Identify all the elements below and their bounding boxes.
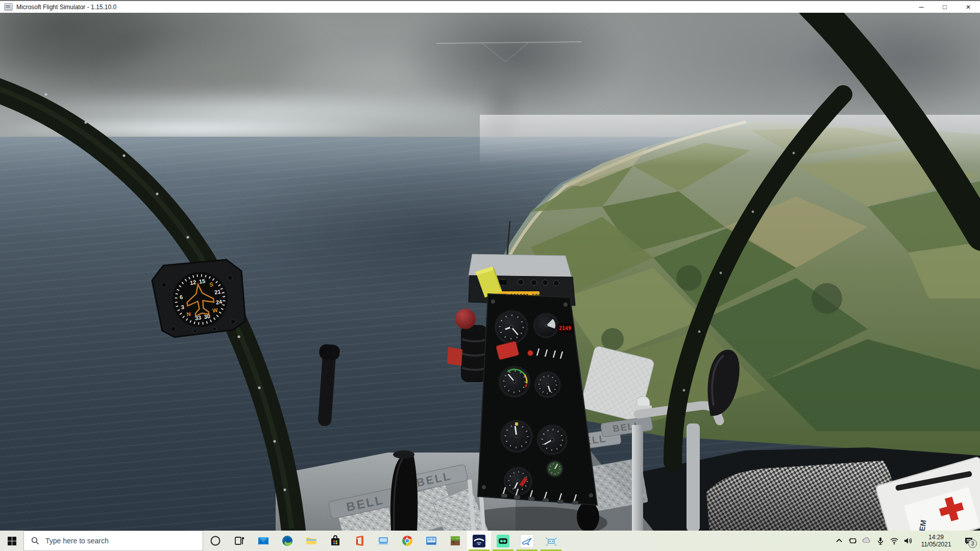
drone-sketch-icon — [545, 535, 557, 547]
tray-cast-display-icon[interactable] — [846, 531, 860, 551]
scene-overlay: EM BELL — [0, 13, 980, 531]
windshield-frame-left — [0, 82, 293, 531]
running-indicator — [541, 549, 561, 551]
minimize-button[interactable]: ─ — [910, 1, 933, 13]
taskbar-icon-flight-simulator[interactable] — [467, 531, 491, 551]
taskbar-icon-mail[interactable] — [251, 531, 275, 551]
cortana-icon — [210, 535, 221, 546]
rotor-blur — [436, 42, 582, 62]
compass-label: 15 — [199, 278, 206, 285]
fuel-gauge — [546, 460, 564, 478]
store-icon — [329, 535, 341, 547]
running-indicator — [493, 549, 513, 551]
tray-clock[interactable]: 14:29 11/05/2021 — [915, 534, 958, 548]
close-button[interactable]: ✕ — [957, 1, 980, 13]
running-indicator — [517, 549, 537, 551]
search-input[interactable] — [44, 536, 179, 545]
maximize-button[interactable]: □ — [933, 1, 957, 13]
simulator-viewport[interactable]: EM BELL — [0, 13, 980, 531]
taskbar-icon-file-explorer[interactable] — [299, 531, 323, 551]
mail-icon — [257, 535, 270, 547]
app-icon — [4, 3, 13, 11]
manifold-gauge — [504, 467, 532, 495]
taskbar-icon-chrome[interactable] — [395, 531, 419, 551]
taskbar-icon-pc[interactable] — [371, 531, 395, 551]
notification-badge: 3 — [968, 539, 977, 548]
start-button[interactable] — [0, 531, 23, 551]
collective-lever[interactable] — [314, 344, 340, 427]
desktop: Microsoft Flight Simulator - 1.15.10.0 ─… — [0, 0, 980, 551]
media-player-icon — [425, 535, 437, 547]
system-tray: 14:29 11/05/2021 3 — [832, 531, 980, 551]
taskbar-icon-fps-monitor[interactable] — [491, 531, 515, 551]
taskbar-icon-cortana[interactable] — [203, 531, 227, 551]
taskbar-icon-media-player[interactable] — [419, 531, 443, 551]
control-pole — [632, 425, 643, 531]
led-readout: 2149 — [557, 324, 574, 332]
taskbar-icon-minecraft[interactable] — [443, 531, 467, 551]
tray-wifi-icon[interactable] — [887, 531, 901, 551]
card-compass[interactable]: 12 15 S 21 24 W 30 33 N 3 6 — [150, 255, 249, 340]
taskbar-icon-task-view[interactable] — [227, 531, 251, 551]
led-value: 2149 — [559, 325, 571, 331]
taskbar-icon-office[interactable] — [347, 531, 371, 551]
tray-time: 14:29 — [917, 534, 955, 541]
rotor-brake-lever[interactable] — [455, 309, 487, 382]
compass-label: 12 — [189, 279, 197, 286]
taskbar-icon-drone-sketch[interactable] — [539, 531, 563, 551]
taskbar-icon-plane-sketch[interactable] — [515, 531, 539, 551]
flight-simulator-icon — [473, 535, 485, 547]
taskbar-icon-store[interactable] — [323, 531, 347, 551]
windows-taskbar: 14:29 11/05/2021 3 — [0, 531, 980, 551]
dual-tach-gauge — [537, 424, 568, 455]
plane-sketch-icon — [520, 534, 534, 548]
office-icon — [353, 535, 365, 547]
altimeter-gauge — [495, 310, 528, 344]
tray-date: 11/05/2021 — [917, 541, 955, 548]
clock-gauge — [534, 371, 561, 398]
edge-icon — [281, 535, 293, 547]
task-view-icon — [234, 535, 245, 546]
vertical-speed-gauge — [500, 420, 533, 453]
compass-label: 21 — [214, 288, 221, 295]
tray-notifications[interactable]: 3 — [958, 531, 980, 551]
tray-volume-icon[interactable] — [901, 531, 915, 551]
window-titlebar: Microsoft Flight Simulator - 1.15.10.0 ─… — [0, 0, 980, 13]
search-icon — [31, 537, 39, 545]
chrome-icon — [401, 535, 413, 547]
red-button[interactable] — [528, 350, 533, 356]
minecraft-icon — [449, 535, 461, 547]
windows-logo-icon — [8, 537, 16, 545]
attitude-gauge — [533, 313, 559, 338]
tray-chevron-up-icon[interactable] — [832, 531, 846, 551]
first-aid-label: EM — [917, 519, 927, 531]
tray-onedrive-cloud-icon[interactable] — [860, 531, 873, 551]
taskbar-icon-edge[interactable] — [275, 531, 299, 551]
window-title: Microsoft Flight Simulator - 1.15.10.0 — [16, 4, 116, 11]
taskbar-search[interactable] — [23, 531, 203, 551]
fps-monitor-icon — [497, 535, 509, 547]
file-explorer-icon — [305, 535, 317, 547]
red-bracket — [447, 347, 462, 366]
running-indicator — [469, 549, 489, 551]
tray-microphone-icon[interactable] — [873, 531, 887, 551]
compass-label: N — [186, 311, 191, 317]
pc-icon — [377, 535, 389, 547]
